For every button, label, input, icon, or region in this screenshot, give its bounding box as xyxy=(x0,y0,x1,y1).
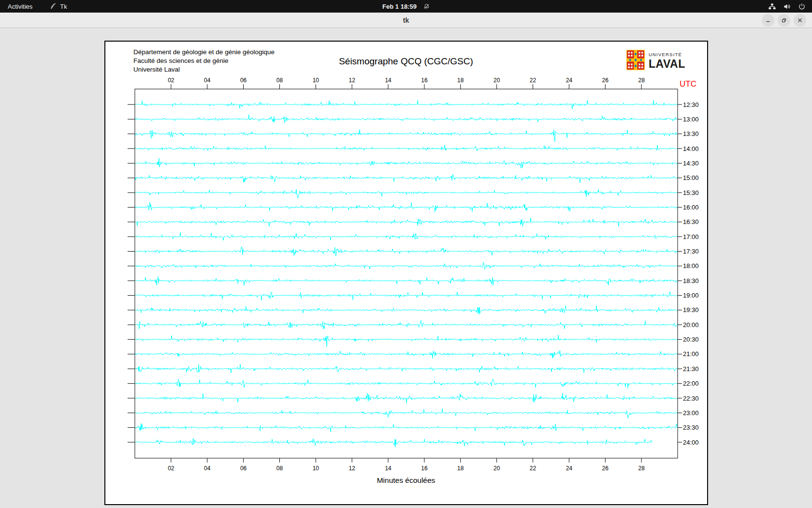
x-tick-label-bottom: 26 xyxy=(602,465,609,472)
volume-icon xyxy=(783,3,791,10)
seismo-trace xyxy=(135,350,677,359)
seismo-trace xyxy=(135,158,677,168)
utc-time-label: 13:30 xyxy=(683,130,699,137)
seismo-trace xyxy=(135,277,677,285)
restore-button[interactable] xyxy=(778,14,790,27)
utc-time-label: 20:00 xyxy=(683,321,699,329)
x-tick-label-bottom: 24 xyxy=(566,465,573,472)
seismo-trace xyxy=(135,218,677,226)
x-tick-label-top: 02 xyxy=(168,77,174,84)
seismo-trace xyxy=(135,115,677,123)
network-icon xyxy=(768,3,776,10)
seismo-trace xyxy=(135,174,677,183)
seismo-trace xyxy=(135,129,677,142)
focused-app-menu[interactable]: Tk xyxy=(50,3,67,10)
x-tick-label-top: 06 xyxy=(240,77,247,84)
activities-button[interactable]: Activities xyxy=(8,3,32,10)
utc-time-label: 20:30 xyxy=(683,336,699,343)
seismo-trace xyxy=(135,232,677,240)
utc-time-label: 23:00 xyxy=(683,409,699,417)
utc-time-label: 21:00 xyxy=(683,350,699,358)
utc-time-label: 18:30 xyxy=(683,277,699,284)
utc-time-label: 16:30 xyxy=(683,218,699,225)
seismo-trace xyxy=(135,189,677,198)
x-tick-label-bottom: 20 xyxy=(493,465,500,472)
x-tick-label-bottom: 18 xyxy=(457,465,464,472)
seismo-trace xyxy=(135,438,652,447)
seismo-trace xyxy=(135,262,677,269)
utc-time-label: 17:00 xyxy=(683,233,699,240)
x-tick-label-bottom: 06 xyxy=(240,465,247,472)
x-tick-label-bottom: 22 xyxy=(530,465,536,472)
seismo-trace xyxy=(135,306,677,314)
focused-app-name: Tk xyxy=(60,3,67,10)
window-title: tk xyxy=(403,16,409,24)
seismo-trace xyxy=(135,409,677,418)
tk-feather-icon xyxy=(50,3,57,10)
utc-time-label: 14:00 xyxy=(683,145,699,152)
seismo-trace xyxy=(135,202,677,212)
utc-time-label: 19:00 xyxy=(683,292,699,299)
system-status-area[interactable] xyxy=(768,0,805,13)
utc-time-label: 12:30 xyxy=(683,101,699,108)
x-tick-label-top: 14 xyxy=(385,77,392,84)
seismo-trace xyxy=(135,364,677,373)
seismo-trace xyxy=(135,393,677,403)
utc-time-label: 15:30 xyxy=(683,189,699,196)
x-tick-label-bottom: 04 xyxy=(204,465,211,472)
seismo-trace xyxy=(135,379,677,388)
top-bar: Activities Tk Feb 1 18:59 xyxy=(0,0,812,13)
window-content: Département de géologie et de génie géol… xyxy=(0,29,812,508)
minimize-button[interactable] xyxy=(762,14,774,27)
clock-menu[interactable]: Feb 1 18:59 xyxy=(382,3,430,10)
x-tick-label-top: 20 xyxy=(493,77,500,84)
seismogram-svg: 0202040406060808101012121414161618182020… xyxy=(105,42,707,504)
x-tick-label-top: 22 xyxy=(530,77,536,84)
utc-time-label: 22:00 xyxy=(683,380,699,387)
seismo-trace xyxy=(135,100,677,109)
utc-time-label: 19:30 xyxy=(683,306,699,314)
close-button[interactable] xyxy=(794,14,806,27)
window-titlebar[interactable]: tk xyxy=(0,13,812,28)
utc-time-label: 15:00 xyxy=(683,174,699,181)
utc-time-label: 23:30 xyxy=(683,424,699,431)
x-tick-label-top: 04 xyxy=(204,77,211,84)
x-tick-label-top: 12 xyxy=(349,77,356,84)
utc-time-label: 17:30 xyxy=(683,248,699,255)
notifications-off-icon xyxy=(423,3,430,10)
utc-time-label: 21:30 xyxy=(683,365,699,373)
utc-time-label: 13:00 xyxy=(683,116,699,123)
seismo-trace xyxy=(135,145,677,151)
x-tick-label-top: 26 xyxy=(602,77,609,84)
utc-time-label: 22:30 xyxy=(683,395,699,402)
power-icon xyxy=(798,3,805,10)
utc-time-label: 18:00 xyxy=(683,262,699,269)
x-tick-label-top: 10 xyxy=(313,77,319,84)
x-tick-label-top: 18 xyxy=(457,77,464,84)
seismo-trace xyxy=(135,335,677,346)
seismo-trace xyxy=(135,423,677,432)
x-tick-label-bottom: 28 xyxy=(638,465,645,472)
seismo-trace xyxy=(135,292,677,300)
x-tick-label-top: 08 xyxy=(276,77,283,84)
clock-label: Feb 1 18:59 xyxy=(382,3,417,10)
utc-time-label: 16:00 xyxy=(683,204,699,211)
x-tick-label-bottom: 12 xyxy=(349,465,356,472)
x-tick-label-bottom: 16 xyxy=(421,465,428,472)
x-tick-label-top: 24 xyxy=(566,77,573,84)
desktop: Activities Tk Feb 1 18:59 xyxy=(0,0,812,508)
x-tick-label-bottom: 08 xyxy=(276,465,283,472)
x-axis-label: Minutes écoulées xyxy=(377,476,435,485)
seismo-trace xyxy=(135,247,677,256)
x-tick-label-bottom: 14 xyxy=(385,465,392,472)
seismograph-canvas: Département de géologie et de génie géol… xyxy=(104,41,708,505)
x-tick-label-bottom: 02 xyxy=(168,465,174,472)
x-tick-label-bottom: 10 xyxy=(313,465,319,472)
utc-time-label: 14:30 xyxy=(683,160,699,167)
seismo-trace xyxy=(135,320,677,329)
x-tick-label-top: 16 xyxy=(421,77,428,84)
x-tick-label-top: 28 xyxy=(638,77,645,84)
utc-time-label: 24:00 xyxy=(683,439,699,446)
seismogram-plot: 0202040406060808101012121414161618182020… xyxy=(105,42,707,504)
